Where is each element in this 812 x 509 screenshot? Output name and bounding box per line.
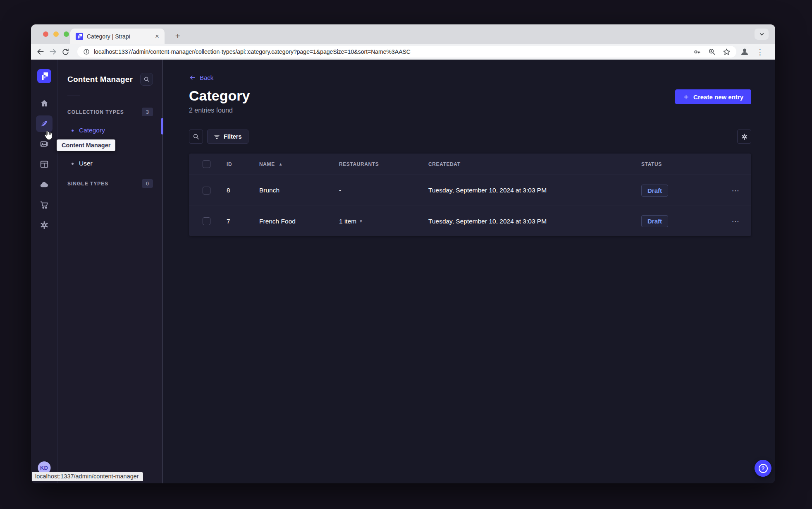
cloud-icon[interactable] <box>36 176 53 193</box>
plus-icon <box>683 94 689 100</box>
filter-icon <box>214 134 220 139</box>
browser-window: Category | Strapi × + localhost:1337/adm… <box>31 24 775 483</box>
browser-tab[interactable]: Category | Strapi × <box>70 29 165 44</box>
filters-label: Filters <box>224 133 242 140</box>
cell-restaurants[interactable]: 1 item ▾ <box>339 218 428 225</box>
collection-types-count-badge: 3 <box>142 108 153 116</box>
sort-ascending-icon[interactable]: ▲ <box>279 162 283 166</box>
status-badge-cell: Draft <box>641 215 720 227</box>
password-key-icon[interactable] <box>693 48 701 56</box>
content-manager-tooltip: Content Manager <box>57 139 115 151</box>
bullet-icon <box>72 130 74 132</box>
collection-types-header: COLLECTION TYPES 3 <box>67 108 153 116</box>
strapi-logo[interactable] <box>37 69 51 83</box>
browser-toolbar: localhost:1337/admin/content-manager/col… <box>31 44 775 60</box>
nav-rail: KD <box>31 60 57 483</box>
tab-strip: Category | Strapi × + <box>31 24 775 44</box>
site-info-icon[interactable] <box>83 48 90 55</box>
status-badge-cell: Draft <box>641 185 720 197</box>
content-type-builder-icon[interactable] <box>36 156 53 173</box>
column-header-id[interactable]: ID <box>227 161 259 167</box>
create-new-entry-button[interactable]: Create new entry <box>675 89 751 104</box>
zoom-magnifier-icon[interactable] <box>708 48 716 55</box>
tab-close-icon[interactable]: × <box>154 33 160 40</box>
strapi-admin: KD Content Manager COLLECTION TYPES 3 <box>31 60 775 483</box>
active-item-indicator <box>161 118 163 134</box>
back-nav-icon[interactable] <box>34 46 47 58</box>
row-actions-menu[interactable]: ⋯ <box>720 186 751 195</box>
search-button[interactable] <box>189 130 203 144</box>
rail-divider <box>38 90 51 90</box>
bookmark-star-icon[interactable] <box>723 48 731 56</box>
single-types-header: SINGLE TYPES 0 <box>67 179 153 188</box>
mouse-hand-cursor <box>43 130 54 141</box>
entries-table: ID NAME ▲ RESTAURANTS CREATEDAT STATUS 8 <box>189 154 751 236</box>
reload-icon[interactable] <box>59 46 72 58</box>
page-title: Category <box>189 88 250 103</box>
single-types-label: SINGLE TYPES <box>67 181 108 187</box>
browser-menu-kebab-icon[interactable]: ⋮ <box>755 47 768 57</box>
single-types-count-badge: 0 <box>142 179 153 188</box>
select-all-checkbox[interactable] <box>203 160 210 168</box>
sidebar-item-label: User <box>79 160 93 167</box>
back-label: Back <box>200 74 213 81</box>
sidebar-item-user[interactable]: User <box>67 155 153 172</box>
cell-id: 7 <box>227 218 259 225</box>
column-header-name[interactable]: NAME ▲ <box>259 161 339 167</box>
row-actions-menu[interactable]: ⋯ <box>720 216 751 226</box>
new-tab-button[interactable]: + <box>172 30 184 42</box>
address-bar[interactable]: localhost:1337/admin/content-manager/col… <box>77 46 736 58</box>
main-content: Back Category 2 entries found Create new… <box>162 60 775 483</box>
row-checkbox[interactable] <box>203 187 210 194</box>
cell-name: French Food <box>259 218 339 225</box>
row-checkbox[interactable] <box>203 217 210 225</box>
sidebar-item-label: Category <box>79 127 105 134</box>
content-manager-sidebar: Content Manager COLLECTION TYPES 3 Categ… <box>57 60 162 483</box>
minimize-window-button[interactable] <box>53 31 59 37</box>
cell-restaurants: - <box>339 187 428 194</box>
sidebar-search-button[interactable] <box>140 73 153 86</box>
cell-name: Brunch <box>259 187 339 194</box>
table-row[interactable]: 8 Brunch - Tuesday, September 10, 2024 a… <box>189 175 751 206</box>
tab-search-chevron-icon[interactable] <box>755 29 769 40</box>
marketplace-cart-icon[interactable] <box>36 197 53 213</box>
maximize-window-button[interactable] <box>64 31 69 37</box>
browser-status-bar: localhost:1337/admin/content-manager <box>32 472 143 481</box>
strapi-favicon-icon <box>76 33 83 40</box>
content-manager-icon[interactable] <box>36 115 53 132</box>
table-header-row: ID NAME ▲ RESTAURANTS CREATEDAT STATUS <box>189 154 751 175</box>
profile-avatar-icon[interactable] <box>740 47 750 57</box>
cell-createdat: Tuesday, September 10, 2024 at 3:03 PM <box>428 218 641 225</box>
back-arrow-icon <box>189 74 196 81</box>
tab-title: Category | Strapi <box>87 33 150 40</box>
question-mark-icon: ? <box>759 464 768 473</box>
column-header-createdat[interactable]: CREATEDAT <box>428 161 641 167</box>
cell-createdat: Tuesday, September 10, 2024 at 3:03 PM <box>428 187 641 194</box>
column-header-restaurants[interactable]: RESTAURANTS <box>339 161 428 167</box>
table-row[interactable]: 7 French Food 1 item ▾ Tuesday, Septembe… <box>189 206 751 236</box>
traffic-lights <box>43 31 69 37</box>
home-icon[interactable] <box>36 95 53 112</box>
entries-count: 2 entries found <box>189 107 250 114</box>
table-settings-gear-icon[interactable] <box>737 130 751 144</box>
settings-gear-icon[interactable] <box>36 217 53 233</box>
create-new-entry-label: Create new entry <box>693 94 743 101</box>
close-window-button[interactable] <box>43 31 48 37</box>
url-text[interactable]: localhost:1337/admin/content-manager/col… <box>94 48 689 55</box>
filters-button[interactable]: Filters <box>207 130 248 144</box>
back-link[interactable]: Back <box>189 74 213 81</box>
help-button[interactable]: ? <box>755 460 771 477</box>
column-header-status[interactable]: STATUS <box>641 161 720 167</box>
forward-nav-icon[interactable] <box>47 46 59 58</box>
cell-id: 8 <box>227 187 259 194</box>
sidebar-item-category[interactable]: Category <box>67 122 153 139</box>
sidebar-title: Content Manager <box>67 75 133 84</box>
bullet-icon <box>72 163 74 165</box>
status-badge: Draft <box>641 215 668 227</box>
status-badge: Draft <box>641 185 668 197</box>
expand-chevron-icon[interactable]: ▾ <box>360 218 362 224</box>
sidebar-divider <box>67 96 80 96</box>
collection-types-label: COLLECTION TYPES <box>67 109 124 115</box>
